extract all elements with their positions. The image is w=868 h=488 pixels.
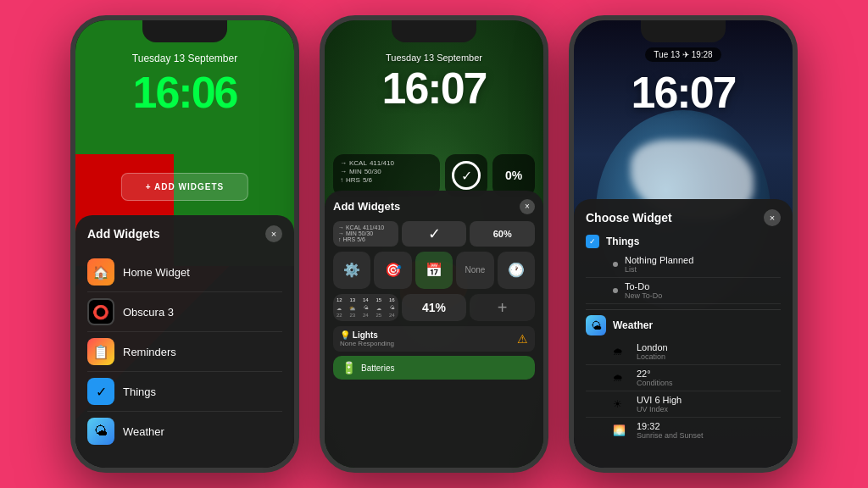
stat-min: →MIN 50/30	[340, 168, 433, 175]
phone1-notch	[142, 20, 227, 42]
phone2-weather-widget: 1213141516 ☁⛅🌤☁🌤 2223242524	[333, 294, 398, 321]
weather-widget-name: Weather	[123, 425, 164, 438]
weather-item-sunrise[interactable]: 🌅 19:32 Sunrise and Sunset	[586, 418, 781, 443]
weather-sunrise-name: 19:32	[637, 421, 704, 431]
lights-sub: None Responding	[340, 340, 394, 347]
phone1-date: Tuesday 13 September	[75, 53, 294, 64]
widget-item-home[interactable]: 🏠 Home Widget	[87, 252, 282, 292]
phone2-bottom-row: 1213141516 ☁⛅🌤☁🌤 2223242524 41% +	[333, 294, 535, 321]
phone2-stat-row: → KCAL 411/410 → MIN 50/30 ↑ HRS 5/6 ✓ 6…	[333, 221, 535, 247]
check-circle-icon: ✓	[452, 161, 481, 190]
weather-section: 🌤 Weather 🌧 London Location 🌧 22° Condit…	[586, 315, 781, 443]
weather-section-title: Weather	[613, 319, 653, 331]
home-widget-name: Home Widget	[123, 266, 190, 279]
things-item-nothing-planned[interactable]: Nothing Planned List	[586, 252, 781, 278]
weather-london-name: London	[637, 342, 668, 352]
weather-uvi-info: UVI 6 High UV Index	[637, 395, 682, 413]
todo-name: To-Do	[625, 281, 662, 291]
weather-uvi-name: UVI 6 High	[637, 395, 682, 405]
things-todo-info: To-Do New To-Do	[625, 281, 662, 300]
weather-uvi-sub: UV Index	[637, 405, 682, 413]
phone3-choose-widget-panel: Choose Widget × ✓ Things Nothing Planned…	[574, 199, 793, 468]
phone3-screen: Tue 13 ✈ 19:28 16:07 Choose Widget × ✓ T…	[574, 20, 793, 468]
things-item-todo[interactable]: To-Do New To-Do	[586, 278, 781, 304]
reminders-widget-icon: 📋	[87, 338, 114, 365]
icon-grid-none[interactable]: None	[456, 252, 493, 289]
phone-2: Tuesday 13 September 16:07 →KCAL 411/410…	[320, 15, 548, 473]
weather-item-uvi[interactable]: ☀ UVI 6 High UV Index	[586, 391, 781, 418]
widget-item-things[interactable]: ✓ Things	[87, 372, 282, 412]
phone2-lights-info: 💡 Lights None Responding	[340, 330, 394, 347]
things-widget-icon: ✓	[87, 378, 114, 405]
weather-section-header: 🌤 Weather	[586, 315, 781, 336]
icon-grid-1[interactable]: ⚙️	[333, 252, 370, 289]
widget-item-weather[interactable]: 🌤 Weather	[87, 412, 282, 451]
phone1-panel-close[interactable]: ×	[265, 225, 282, 242]
phone3-time: 16:07	[574, 67, 793, 118]
weather-widget-icon: 🌤	[87, 418, 114, 445]
phone-1: Tuesday 13 September 16:06 + ADD WIDGETS…	[70, 15, 299, 473]
phone2-plus-widget[interactable]: +	[470, 294, 535, 321]
phone2-notch	[392, 20, 476, 42]
phone3-panel-header: Choose Widget ×	[586, 209, 781, 226]
phone3-status-pill: Tue 13 ✈ 19:28	[645, 47, 721, 62]
phone2-panel-header: Add Widgets ×	[333, 199, 535, 214]
phone2-stat-box1: → KCAL 411/410 → MIN 50/30 ↑ HRS 5/6	[333, 221, 398, 247]
lights-warning-icon: ⚠	[517, 332, 528, 346]
weather-london-sub: Location	[637, 352, 668, 361]
todo-sub: New To-Do	[625, 291, 662, 300]
weather-london-info: London Location	[637, 342, 668, 361]
phone2-pct-box: 60%	[470, 221, 535, 247]
icon-grid-3[interactable]: 📅	[415, 252, 453, 289]
phone3-panel-title: Choose Widget	[586, 211, 672, 225]
things-section-title: Things	[606, 236, 639, 247]
icon-grid-5[interactable]: 🕐	[498, 252, 535, 289]
weather-conditions-icon: 🌧	[613, 372, 630, 384]
battery-icon: 🔋	[342, 361, 356, 374]
phone2-icons-grid: ⚙️ 🎯 📅 None 🕐	[333, 252, 535, 289]
phone1-panel-title: Add Widgets	[87, 227, 159, 241]
nothing-planned-name: Nothing Planned	[625, 255, 693, 265]
weather-location-icon: 🌧	[613, 346, 630, 358]
batteries-label: Batteries	[361, 363, 394, 373]
stat-hrs: ↑HRS 5/6	[340, 176, 433, 184]
phone3-notch	[641, 20, 726, 42]
weather-item-conditions[interactable]: 🌧 22° Conditions	[586, 365, 781, 391]
things-widget-name: Things	[123, 385, 156, 398]
phone2-batteries-widget: 🔋 Batteries	[333, 356, 535, 380]
item-dot-1	[613, 262, 618, 267]
phone1-widget-panel: Add Widgets × 🏠 Home Widget ⭕ Obscura 3 …	[75, 215, 294, 468]
weather-section-icon: 🌤	[586, 315, 606, 336]
things-checkbox[interactable]: ✓	[586, 235, 599, 248]
phone-3: Tue 13 ✈ 19:28 16:07 Choose Widget × ✓ T…	[569, 15, 798, 473]
obscura-widget-icon: ⭕	[87, 298, 114, 325]
lights-label: 💡 Lights	[340, 330, 394, 340]
phone2-panel-close[interactable]: ×	[520, 199, 535, 214]
phone2-check-box: ✓	[402, 221, 467, 247]
widget-item-obscura[interactable]: ⭕ Obscura 3	[87, 292, 282, 332]
phone1-panel-header: Add Widgets ×	[87, 225, 282, 242]
phone3-panel-close[interactable]: ×	[764, 209, 781, 226]
phone3-status-bar: Tue 13 ✈ 19:28	[574, 47, 793, 62]
weather-item-london[interactable]: 🌧 London Location	[586, 339, 781, 365]
phone1-add-widgets-button[interactable]: + ADD WIDGETS	[121, 173, 248, 201]
icon-grid-2[interactable]: 🎯	[374, 252, 411, 289]
weather-sunrise-sub: Sunrise and Sunset	[637, 431, 704, 440]
weather-sunrise-info: 19:32 Sunrise and Sunset	[637, 421, 704, 440]
weather-uvi-icon: ☀	[613, 398, 630, 410]
weather-conditions-name: 22°	[637, 369, 673, 379]
nothing-planned-sub: List	[625, 265, 693, 274]
weather-conditions-sub: Conditions	[637, 379, 673, 387]
weather-conditions-info: 22° Conditions	[637, 369, 673, 387]
phone2-screen: Tuesday 13 September 16:07 →KCAL 411/410…	[325, 20, 543, 468]
phone1-time: 16:06	[75, 67, 294, 118]
things-nothing-planned-info: Nothing Planned List	[625, 255, 693, 274]
weather-days: 1213141516	[337, 297, 395, 302]
stat-kcal: →KCAL 411/410	[340, 159, 433, 167]
phone2-date: Tuesday 13 September	[325, 53, 543, 63]
weather-sunrise-icon: 🌅	[613, 424, 630, 436]
phone2-pct2-widget: 41%	[402, 294, 467, 321]
item-dot-2	[613, 288, 618, 293]
widget-item-reminders[interactable]: 📋 Reminders	[87, 332, 282, 372]
phone2-widget-panel: Add Widgets × → KCAL 411/410 → MIN 50/30…	[325, 191, 543, 468]
